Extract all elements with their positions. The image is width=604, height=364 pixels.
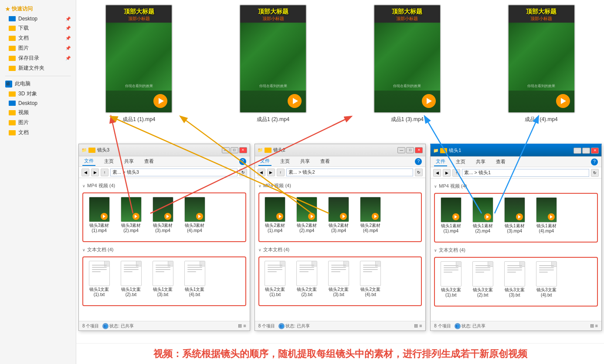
video-thumbnail-3[interactable]: 顶部大标题 顶部小标题 你现在看到的效果 [373,4,441,113]
folder-icon [9,91,16,97]
sidebar-item-pictures[interactable]: 图片 📌 [0,43,76,53]
minimize-button[interactable]: — [397,147,405,153]
sidebar-item-3d[interactable]: 3D 对象 [0,89,76,99]
address-path[interactable]: 素... > 镜头1 [462,169,589,177]
ribbon-tab-file[interactable]: 文件 [434,157,447,166]
file-name: 镜头1文案(2).txt [121,287,141,297]
ribbon-tab-file[interactable]: 文件 [82,157,95,166]
explorer-window-jt2: 📁 镜头2 — □ ✕ 文件 主页 共享 查看 ? ◀ ▶ ↑ 素. [254,144,426,331]
file-grid-video: 镜头2素材(1).mp4 镜头2素材(2).mp4 [261,195,420,235]
nav-up-button[interactable]: ↑ [452,169,460,177]
sidebar-item-documents[interactable]: 文档 [0,128,76,138]
folder-icon [9,56,16,61]
file-item[interactable]: 镜头2文案(3).txt [325,259,353,299]
file-item[interactable]: 镜头3素材(2).mp4 [117,195,145,235]
file-item[interactable]: 镜头3文案(4).txt [532,260,560,300]
close-button[interactable]: ✕ [415,147,423,153]
ribbon-tab-home[interactable]: 主页 [454,158,467,166]
play-button[interactable] [556,94,570,108]
play-button[interactable] [153,94,167,108]
sidebar-item-video[interactable]: 视频 [0,108,76,118]
nav-up-button[interactable]: ↑ [277,169,285,176]
ribbon-tab-view[interactable]: 查看 [319,157,332,165]
file-item[interactable]: 镜头2素材(4).mp4 [356,195,385,235]
sidebar: ★ 快速访问 Desktop 📌 下载 📌 文档 📌 图片 📌 保存目录 📌 新… [0,0,76,364]
video-group-box: 镜头1素材(1).mp4 镜头1素材(2).mp4 [434,193,598,243]
file-item[interactable]: 镜头1文案(2).txt [117,259,145,299]
sidebar-item-this-pc[interactable]: 🖥 此电脑 [0,79,76,89]
ribbon-tab-view[interactable]: 查看 [143,157,156,165]
help-icon[interactable]: ? [591,158,598,165]
file-item[interactable]: 镜头2文案(4).txt [356,259,385,299]
file-grid-text: 镜头3文案(1).txt 镜头3文案(2).txt [437,260,595,300]
file-item[interactable]: 镜头3文案(1).txt [437,260,465,300]
file-item[interactable]: 镜头1文案(3).txt [149,259,177,299]
ribbon-tab-share[interactable]: 共享 [474,158,487,166]
help-icon[interactable]: ? [239,158,246,165]
file-item[interactable]: 镜头1文案(1).txt [85,259,113,299]
video-thumbnail-4[interactable]: 顶部大标题 顶部小标题 你现在看到的效果 [508,4,575,113]
file-item[interactable]: 镜头3文案(3).txt [500,260,529,300]
video-title-big: 顶部大标题 [376,8,438,16]
nav-back-button[interactable]: ◀ [258,169,265,176]
sidebar-item-download[interactable]: 下载 📌 [0,23,76,33]
maximize-button[interactable]: □ [582,148,590,154]
address-path[interactable]: 素... > 镜头2 [286,169,414,176]
file-item[interactable]: 镜头3素材(1).mp4 [85,195,113,235]
sidebar-item-docs[interactable]: 文档 📌 [0,33,76,43]
folder-icon [9,36,16,41]
close-button[interactable]: ✕ [239,147,247,153]
ribbon-tab-file[interactable]: 文件 [258,157,271,166]
file-item[interactable]: 镜头3文案(2).txt [468,260,497,300]
file-item[interactable]: 镜头1文案(4).txt [180,259,209,299]
file-name: 镜头1素材(1).mp4 [441,223,461,234]
file-item[interactable]: 镜头1素材(4).mp4 [532,195,560,236]
ribbon-tab-home[interactable]: 主页 [278,157,292,165]
nav-forward-button[interactable]: ▶ [267,169,275,176]
refresh-button[interactable]: ↻ [415,169,423,176]
file-item[interactable]: 镜头2文案(1).txt [261,259,289,299]
play-button[interactable] [422,94,436,108]
file-item[interactable]: 镜头2素材(3).mp4 [325,195,353,235]
sidebar-item-desktop[interactable]: Desktop 📌 [0,14,76,23]
nav-forward-button[interactable]: ▶ [91,169,99,176]
maximize-button[interactable]: □ [231,147,238,153]
sidebar-item-pics[interactable]: 图片 [0,118,76,128]
minimize-button[interactable]: — [222,147,230,153]
file-item[interactable]: 镜头2素材(1).mp4 [261,195,289,235]
refresh-button[interactable]: ↻ [239,169,247,176]
refresh-button[interactable]: ↻ [591,169,599,177]
video-thumbnail-1[interactable]: 顶部大标题 顶部小标题 你现在看到的效果 [105,4,173,113]
address-path[interactable]: 素... > 镜头3 [110,169,238,176]
minimize-button[interactable]: — [573,148,581,154]
ribbon-tab-view[interactable]: 查看 [494,158,507,166]
file-grid-text: 镜头2文案(1).txt 镜头2文案(2).txt [261,259,420,299]
video-group-box: 镜头2素材(1).mp4 镜头2素材(2).mp4 [258,192,422,242]
folder-icon [9,110,16,115]
sidebar-item-new-folder[interactable]: 新建文件夹 [0,63,76,73]
pin-icon: 📌 [65,56,71,61]
share-icon: 👥 [102,323,109,329]
close-button[interactable]: ✕ [591,148,599,154]
file-item[interactable]: 镜头1素材(1).mp4 [437,195,465,236]
ribbon-tab-home[interactable]: 主页 [102,157,115,165]
help-icon[interactable]: ? [415,158,422,165]
maximize-button[interactable]: □ [406,147,414,153]
video-thumbnail-2[interactable]: 顶部大标题 顶部小标题 你现在看到的效果 [239,4,307,113]
play-button[interactable] [288,94,302,108]
file-item[interactable]: 镜头2素材(2).mp4 [293,195,321,235]
ribbon-tab-share[interactable]: 共享 [299,157,312,165]
nav-up-button[interactable]: ↑ [101,169,109,176]
ribbon-tab-share[interactable]: 共享 [122,157,136,165]
sidebar-item-save-dir[interactable]: 保存目录 📌 [0,53,76,63]
file-item[interactable]: 镜头3素材(3).mp4 [149,195,177,235]
nav-back-button[interactable]: ◀ [433,169,441,177]
nav-back-button[interactable]: ◀ [81,169,89,176]
group-header-text: ∨ 文本文档 (4) [258,246,422,254]
file-item[interactable]: 镜头1素材(2).mp4 [468,195,497,236]
file-item[interactable]: 镜头1素材(3).mp4 [500,195,529,236]
file-item[interactable]: 镜头3素材(4).mp4 [180,195,209,235]
file-item[interactable]: 镜头2文案(2).txt [293,259,321,299]
nav-forward-button[interactable]: ▶ [443,169,451,177]
sidebar-item-desktop2[interactable]: Desktop [0,99,76,108]
